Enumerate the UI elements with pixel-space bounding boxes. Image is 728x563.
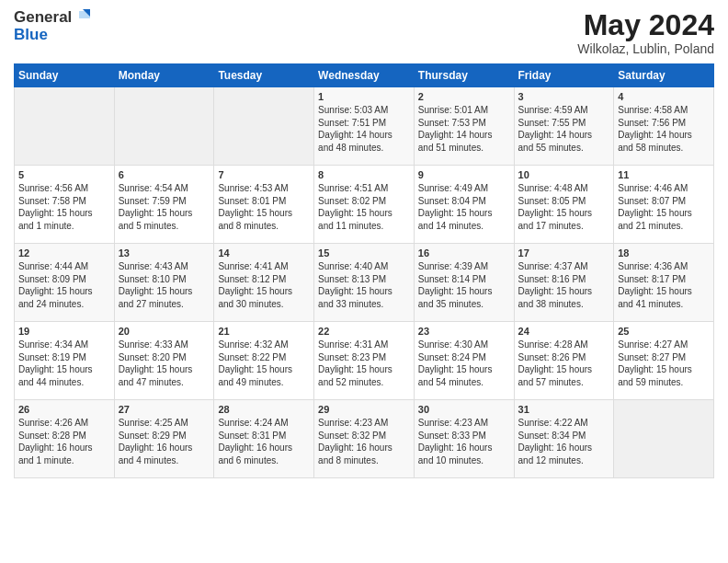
sunset-text: Sunset: 8:19 PM bbox=[18, 352, 86, 362]
cell-w4-d0: 19 Sunrise: 4:34 AM Sunset: 8:19 PM Dayl… bbox=[15, 322, 115, 400]
day-number: 4 bbox=[618, 91, 710, 102]
daylight-text: Daylight: 15 hours and 35 minutes. bbox=[418, 286, 493, 309]
sunrise-text: Sunrise: 4:27 AM bbox=[618, 339, 688, 350]
cell-info: Sunrise: 4:34 AM Sunset: 8:19 PM Dayligh… bbox=[18, 339, 110, 388]
cell-w2-d3: 8 Sunrise: 4:51 AM Sunset: 8:02 PM Dayli… bbox=[314, 166, 415, 244]
sunset-text: Sunset: 8:09 PM bbox=[18, 274, 86, 284]
sunset-text: Sunset: 7:55 PM bbox=[518, 118, 586, 128]
sunset-text: Sunset: 8:26 PM bbox=[518, 352, 586, 362]
daylight-text: Daylight: 15 hours and 38 minutes. bbox=[518, 286, 593, 309]
sunrise-text: Sunrise: 4:31 AM bbox=[318, 339, 388, 350]
sunset-text: Sunset: 8:34 PM bbox=[518, 431, 586, 441]
col-friday: Friday bbox=[514, 64, 614, 87]
sunrise-text: Sunrise: 4:26 AM bbox=[18, 418, 88, 428]
col-monday: Monday bbox=[114, 64, 214, 87]
day-number: 24 bbox=[518, 326, 610, 337]
day-number: 18 bbox=[618, 247, 710, 259]
daylight-text: Daylight: 16 hours and 12 minutes. bbox=[518, 442, 593, 465]
daylight-text: Daylight: 15 hours and 49 minutes. bbox=[218, 364, 292, 387]
cell-w1-d4: 2 Sunrise: 5:01 AM Sunset: 7:53 PM Dayli… bbox=[414, 87, 514, 166]
sunrise-text: Sunrise: 4:53 AM bbox=[218, 183, 288, 193]
sunset-text: Sunset: 8:28 PM bbox=[18, 431, 86, 441]
sunset-text: Sunset: 8:02 PM bbox=[318, 196, 386, 206]
daylight-text: Daylight: 16 hours and 10 minutes. bbox=[418, 442, 493, 465]
daylight-text: Daylight: 15 hours and 33 minutes. bbox=[318, 286, 392, 309]
cell-info: Sunrise: 4:27 AM Sunset: 8:27 PM Dayligh… bbox=[618, 339, 710, 388]
cell-info: Sunrise: 4:22 AM Sunset: 8:34 PM Dayligh… bbox=[518, 417, 610, 466]
daylight-text: Daylight: 15 hours and 44 minutes. bbox=[18, 364, 93, 387]
sunrise-text: Sunrise: 4:33 AM bbox=[119, 339, 188, 350]
header-row: Sunday Monday Tuesday Wednesday Thursday… bbox=[15, 64, 714, 87]
cell-info: Sunrise: 4:23 AM Sunset: 8:32 PM Dayligh… bbox=[318, 417, 410, 466]
cell-info: Sunrise: 4:54 AM Sunset: 7:59 PM Dayligh… bbox=[119, 182, 210, 232]
calendar-subtitle: Wilkolaz, Lublin, Poland bbox=[577, 41, 714, 56]
sunrise-text: Sunrise: 4:58 AM bbox=[618, 105, 688, 115]
day-number: 16 bbox=[418, 247, 510, 259]
cell-w2-d5: 10 Sunrise: 4:48 AM Sunset: 8:05 PM Dayl… bbox=[514, 166, 614, 244]
col-thursday: Thursday bbox=[414, 64, 514, 87]
day-number: 12 bbox=[18, 247, 110, 259]
cell-w2-d6: 11 Sunrise: 4:46 AM Sunset: 8:07 PM Dayl… bbox=[614, 166, 714, 244]
sunset-text: Sunset: 8:29 PM bbox=[119, 431, 187, 441]
day-number: 9 bbox=[418, 169, 510, 180]
week-row-5: 26 Sunrise: 4:26 AM Sunset: 8:28 PM Dayl… bbox=[15, 400, 714, 478]
sunrise-text: Sunrise: 4:23 AM bbox=[318, 418, 388, 428]
daylight-text: Daylight: 14 hours and 51 minutes. bbox=[418, 130, 493, 153]
cell-info: Sunrise: 4:32 AM Sunset: 8:22 PM Dayligh… bbox=[218, 339, 310, 388]
daylight-text: Daylight: 15 hours and 27 minutes. bbox=[119, 286, 193, 309]
daylight-text: Daylight: 15 hours and 21 minutes. bbox=[618, 208, 692, 231]
sunset-text: Sunset: 8:01 PM bbox=[218, 196, 286, 206]
cell-w1-d2 bbox=[214, 87, 314, 166]
daylight-text: Daylight: 15 hours and 1 minute. bbox=[18, 208, 93, 231]
cell-w5-d4: 30 Sunrise: 4:23 AM Sunset: 8:33 PM Dayl… bbox=[414, 400, 514, 478]
week-row-4: 19 Sunrise: 4:34 AM Sunset: 8:19 PM Dayl… bbox=[15, 322, 714, 400]
cell-w5-d1: 27 Sunrise: 4:25 AM Sunset: 8:29 PM Dayl… bbox=[114, 400, 214, 478]
day-number: 1 bbox=[318, 91, 410, 102]
day-number: 2 bbox=[418, 91, 510, 102]
cell-w4-d2: 21 Sunrise: 4:32 AM Sunset: 8:22 PM Dayl… bbox=[214, 322, 314, 400]
cell-w5-d0: 26 Sunrise: 4:26 AM Sunset: 8:28 PM Dayl… bbox=[15, 400, 115, 478]
sunrise-text: Sunrise: 4:25 AM bbox=[119, 418, 188, 428]
cell-w2-d4: 9 Sunrise: 4:49 AM Sunset: 8:04 PM Dayli… bbox=[414, 166, 514, 244]
cell-info: Sunrise: 4:59 AM Sunset: 7:55 PM Dayligh… bbox=[518, 104, 610, 154]
calendar-header: Sunday Monday Tuesday Wednesday Thursday… bbox=[15, 64, 714, 87]
cell-w3-d1: 13 Sunrise: 4:43 AM Sunset: 8:10 PM Dayl… bbox=[114, 244, 214, 322]
sunset-text: Sunset: 7:56 PM bbox=[618, 118, 686, 128]
daylight-text: Daylight: 16 hours and 6 minutes. bbox=[218, 442, 292, 465]
daylight-text: Daylight: 14 hours and 58 minutes. bbox=[618, 130, 692, 153]
calendar-table: Sunday Monday Tuesday Wednesday Thursday… bbox=[14, 63, 714, 478]
sunset-text: Sunset: 8:27 PM bbox=[618, 352, 686, 362]
daylight-text: Daylight: 15 hours and 47 minutes. bbox=[119, 364, 193, 387]
sunrise-text: Sunrise: 4:59 AM bbox=[518, 105, 588, 115]
sunset-text: Sunset: 7:58 PM bbox=[18, 196, 86, 206]
daylight-text: Daylight: 16 hours and 1 minute. bbox=[18, 442, 93, 465]
cell-info: Sunrise: 4:36 AM Sunset: 8:17 PM Dayligh… bbox=[618, 260, 710, 310]
sunset-text: Sunset: 8:16 PM bbox=[518, 274, 586, 284]
sunrise-text: Sunrise: 4:46 AM bbox=[618, 183, 688, 193]
day-number: 7 bbox=[218, 169, 310, 180]
sunset-text: Sunset: 8:23 PM bbox=[318, 352, 386, 362]
cell-w1-d1 bbox=[114, 87, 214, 166]
cell-info: Sunrise: 4:37 AM Sunset: 8:16 PM Dayligh… bbox=[518, 260, 610, 310]
sunrise-text: Sunrise: 4:36 AM bbox=[618, 261, 688, 271]
cell-info: Sunrise: 4:44 AM Sunset: 8:09 PM Dayligh… bbox=[18, 260, 110, 310]
sunrise-text: Sunrise: 4:24 AM bbox=[218, 418, 288, 428]
cell-info: Sunrise: 4:28 AM Sunset: 8:26 PM Dayligh… bbox=[518, 339, 610, 388]
day-number: 29 bbox=[318, 404, 410, 415]
daylight-text: Daylight: 15 hours and 59 minutes. bbox=[618, 364, 692, 387]
cell-info: Sunrise: 4:24 AM Sunset: 8:31 PM Dayligh… bbox=[218, 417, 310, 466]
day-number: 22 bbox=[318, 326, 410, 337]
cell-info: Sunrise: 4:33 AM Sunset: 8:20 PM Dayligh… bbox=[119, 339, 210, 388]
day-number: 30 bbox=[418, 404, 510, 415]
cell-w4-d6: 25 Sunrise: 4:27 AM Sunset: 8:27 PM Dayl… bbox=[614, 322, 714, 400]
cell-info: Sunrise: 4:49 AM Sunset: 8:04 PM Dayligh… bbox=[418, 182, 510, 232]
sunrise-text: Sunrise: 4:43 AM bbox=[119, 261, 188, 271]
cell-w5-d2: 28 Sunrise: 4:24 AM Sunset: 8:31 PM Dayl… bbox=[214, 400, 314, 478]
day-number: 20 bbox=[119, 326, 210, 337]
sunset-text: Sunset: 8:13 PM bbox=[318, 274, 386, 284]
cell-w5-d3: 29 Sunrise: 4:23 AM Sunset: 8:32 PM Dayl… bbox=[314, 400, 415, 478]
calendar-page: General Blue May 2024 Wilkolaz, Lublin, … bbox=[0, 0, 728, 488]
daylight-text: Daylight: 15 hours and 57 minutes. bbox=[518, 364, 593, 387]
cell-info: Sunrise: 4:25 AM Sunset: 8:29 PM Dayligh… bbox=[119, 417, 210, 466]
logo-blue-text: Blue bbox=[14, 27, 48, 44]
